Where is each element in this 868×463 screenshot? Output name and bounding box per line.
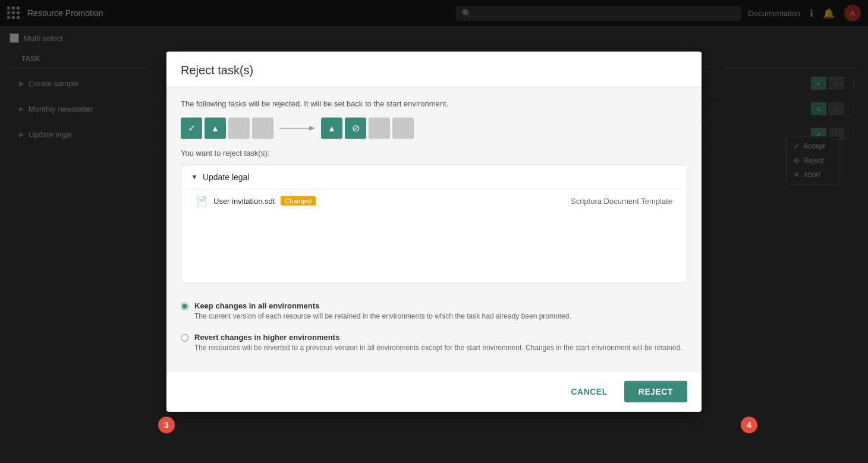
task-file-type: Scriptura Document Template xyxy=(571,196,672,205)
task-file-item: 📄 User invitation.sdt Changed Scriptura … xyxy=(181,189,687,212)
step-3-badge: 3 xyxy=(158,417,175,433)
dialog-footer: CANCEL REJECT xyxy=(166,371,702,412)
svg-marker-1 xyxy=(309,125,315,130)
group-expand-icon[interactable]: ▼ xyxy=(191,172,198,181)
task-group-header: ▼ Update legal xyxy=(181,165,687,189)
dialog-body: The following tasks will be rejected. It… xyxy=(166,87,702,371)
dialog-header: Reject task(s) xyxy=(166,51,702,87)
revert-changes-option: Revert changes in higher environments Th… xyxy=(181,327,687,359)
pipeline-arrow xyxy=(276,122,319,134)
revert-changes-label[interactable]: Revert changes in higher environments Th… xyxy=(194,333,682,353)
reject-button[interactable]: REJECT xyxy=(624,381,687,402)
pipeline-result-step-up: ▲ xyxy=(321,117,342,138)
task-list: ▼ Update legal 📄 User invitation.sdt Cha… xyxy=(181,164,687,283)
radio-options: Keep changes in all environments The cur… xyxy=(181,295,687,359)
pipeline-step-check: ✓ xyxy=(181,117,202,138)
task-filename: User invitation.sdt xyxy=(213,196,275,205)
file-icon: 📄 xyxy=(196,195,207,206)
pipeline-step-gray2 xyxy=(252,117,273,138)
dialog-description: The following tasks will be rejected. It… xyxy=(181,99,687,108)
step-4-badge: 4 xyxy=(741,417,757,433)
pipeline-step-up: ▲ xyxy=(205,117,226,138)
task-status-badge: Changed xyxy=(281,196,316,206)
pipeline-flow: ✓ ▲ ▲ ⊘ xyxy=(181,117,687,138)
pipeline-result-step-blocked: ⊘ xyxy=(345,117,366,138)
keep-changes-option: Keep changes in all environments The cur… xyxy=(181,295,687,327)
task-group-name: Update legal xyxy=(203,172,250,181)
pipeline-result-step-gray1 xyxy=(369,117,390,138)
pipeline-step-gray1 xyxy=(228,117,250,138)
reject-tasks-label: You want to reject task(s): xyxy=(181,148,687,157)
keep-changes-radio[interactable] xyxy=(181,302,188,310)
reject-tasks-dialog: Reject task(s) The following tasks will … xyxy=(166,51,702,412)
cancel-button[interactable]: CANCEL xyxy=(561,382,617,401)
dialog-title: Reject task(s) xyxy=(181,63,687,77)
keep-changes-label[interactable]: Keep changes in all environments The cur… xyxy=(194,301,571,321)
revert-changes-radio[interactable] xyxy=(181,334,188,342)
pipeline-result-step-gray2 xyxy=(392,117,414,138)
